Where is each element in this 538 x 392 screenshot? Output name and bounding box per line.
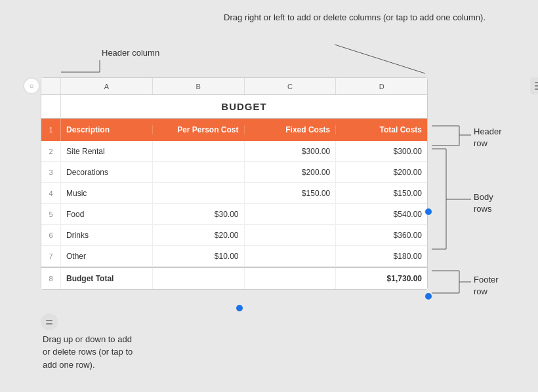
cell-2-fixed[interactable]: $300.00 bbox=[245, 141, 337, 161]
cell-7-desc[interactable]: Other bbox=[61, 246, 153, 266]
body-rows-annotation: Bodyrows bbox=[474, 191, 493, 215]
cell-4-per-person[interactable] bbox=[153, 183, 245, 203]
row-num-6: 6 bbox=[41, 225, 61, 245]
row-num-4: 4 bbox=[41, 183, 61, 203]
cell-3-desc[interactable]: Decorations bbox=[61, 162, 153, 182]
svg-line-0 bbox=[335, 45, 425, 73]
title-row-num bbox=[41, 95, 61, 118]
cell-7-per-person[interactable]: $10.00 bbox=[153, 246, 245, 266]
cell-2-per-person[interactable] bbox=[153, 141, 245, 161]
footer-row-num: 8 bbox=[41, 268, 61, 289]
cell-5-desc[interactable]: Food bbox=[61, 204, 153, 224]
row-num-2: 2 bbox=[41, 141, 61, 161]
header-cell-description[interactable]: Description bbox=[61, 125, 153, 134]
col-header-a[interactable]: A bbox=[61, 78, 153, 94]
data-row-6: 6 Drinks $20.00 $360.00 bbox=[41, 225, 427, 246]
cell-6-desc[interactable]: Drinks bbox=[61, 225, 153, 245]
cell-4-desc[interactable]: Music bbox=[61, 183, 153, 203]
cell-4-total[interactable]: $150.00 bbox=[336, 183, 427, 203]
cell-2-desc[interactable]: Site Rental bbox=[61, 141, 153, 161]
footer-row: 8 Budget Total $1,730.00 bbox=[41, 267, 427, 289]
row-drag-handle-button[interactable] bbox=[41, 313, 58, 330]
cell-7-total[interactable]: $180.00 bbox=[336, 246, 427, 266]
page-wrapper: Drag right or left to add or delete colu… bbox=[0, 0, 538, 392]
col-header-c[interactable]: C bbox=[245, 78, 337, 94]
column-drag-handle[interactable] bbox=[530, 77, 538, 94]
corner-cell bbox=[41, 78, 61, 94]
header-cell-per-person[interactable]: Per Person Cost bbox=[153, 125, 245, 134]
cell-4-fixed[interactable]: $150.00 bbox=[245, 183, 337, 203]
cell-7-fixed[interactable] bbox=[245, 246, 337, 266]
header-row-num: 1 bbox=[41, 119, 61, 141]
cell-3-fixed[interactable]: $200.00 bbox=[245, 162, 337, 182]
cell-5-total[interactable]: $540.00 bbox=[336, 204, 427, 224]
col-header-b[interactable]: B bbox=[153, 78, 245, 94]
row-num-7: 7 bbox=[41, 246, 61, 266]
data-row-4: 4 Music $150.00 $150.00 bbox=[41, 183, 427, 204]
header-cell-total-costs[interactable]: Total Costs bbox=[336, 125, 427, 134]
cell-6-fixed[interactable] bbox=[245, 225, 337, 245]
row-col-selector-button[interactable]: ○ bbox=[23, 77, 40, 94]
cell-6-per-person[interactable]: $20.00 bbox=[153, 225, 245, 245]
row-num-5: 5 bbox=[41, 204, 61, 224]
row-drag-handle-area[interactable] bbox=[41, 313, 58, 330]
bottom-annotation: Drag up or down to addor delete rows (or… bbox=[43, 333, 133, 372]
row-num-3: 3 bbox=[41, 162, 61, 182]
data-row-5: 5 Food $30.00 $540.00 bbox=[41, 204, 427, 225]
title-row: BUDGET bbox=[41, 95, 427, 119]
header-row: 1 Description Per Person Cost Fixed Cost… bbox=[41, 119, 427, 141]
footer-row-annotation: Footerrow bbox=[474, 274, 499, 298]
data-row-3: 3 Decorations $200.00 $200.00 bbox=[41, 162, 427, 183]
spreadsheet-title[interactable]: BUDGET bbox=[61, 101, 427, 112]
header-column-annotation: Header column bbox=[102, 47, 159, 59]
cell-6-total[interactable]: $360.00 bbox=[336, 225, 427, 245]
header-row-annotation: Headerrow bbox=[474, 126, 502, 149]
col-header-d[interactable]: D bbox=[336, 78, 427, 94]
cell-5-fixed[interactable] bbox=[245, 204, 337, 224]
drag-handle-lines-icon bbox=[535, 82, 538, 90]
cell-3-total[interactable]: $200.00 bbox=[336, 162, 427, 182]
cell-3-per-person[interactable] bbox=[153, 162, 245, 182]
spreadsheet: A B C D BUDGET 1 Description bbox=[41, 77, 428, 290]
column-headers-row: A B C D bbox=[41, 78, 427, 95]
data-row-7: 7 Other $10.00 $180.00 bbox=[41, 246, 427, 267]
footer-cell-label[interactable]: Budget Total bbox=[61, 268, 153, 289]
footer-cell-fixed[interactable] bbox=[245, 268, 337, 289]
body-rows-handle-dot[interactable] bbox=[425, 208, 432, 215]
circle-icon: ○ bbox=[30, 82, 34, 90]
equals-icon bbox=[46, 320, 52, 324]
cell-5-per-person[interactable]: $30.00 bbox=[153, 204, 245, 224]
footer-cell-per-person[interactable] bbox=[153, 268, 245, 289]
footer-row-handle-dot-bottom[interactable] bbox=[236, 305, 243, 311]
header-cell-fixed-costs[interactable]: Fixed Costs bbox=[245, 125, 337, 134]
footer-cell-total[interactable]: $1,730.00 bbox=[336, 268, 427, 289]
footer-row-handle-dot-right[interactable] bbox=[425, 293, 432, 300]
data-row-2: 2 Site Rental $300.00 $300.00 bbox=[41, 141, 427, 162]
cell-2-total[interactable]: $300.00 bbox=[336, 141, 427, 161]
top-right-annotation: Drag right or left to add or delete colu… bbox=[224, 12, 486, 24]
